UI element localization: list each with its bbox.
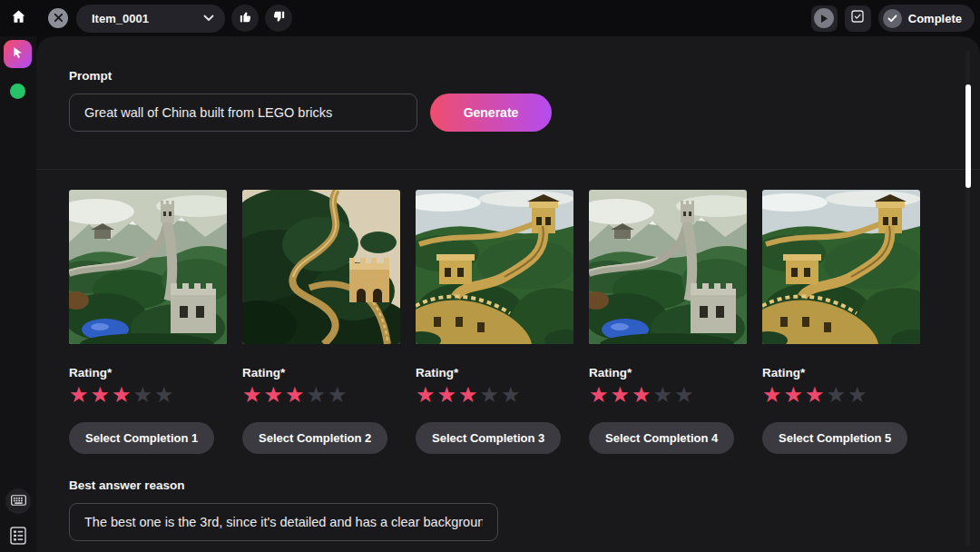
- rating-label: Rating*: [69, 366, 227, 380]
- star-icon[interactable]: ★: [285, 382, 307, 408]
- left-sidebar: [0, 36, 36, 552]
- completion-card: Rating* ★★★★★ Select Completion 2: [242, 190, 400, 454]
- item-selector-value: Item_0001: [92, 12, 149, 25]
- top-bar-actions: Complete: [811, 5, 980, 32]
- rating-label: Rating*: [762, 366, 920, 380]
- star-icon[interactable]: ★: [805, 382, 827, 408]
- completion-card: Rating* ★★★★★ Select Completion 4: [589, 190, 747, 454]
- item-selector-dropdown[interactable]: Item_0001: [76, 5, 225, 33]
- cursor-tool-button[interactable]: [4, 40, 32, 68]
- rating-label: Rating*: [589, 366, 747, 380]
- chevron-down-icon: [203, 15, 214, 22]
- star-icon[interactable]: ★: [416, 382, 437, 408]
- star-icon[interactable]: ★: [307, 382, 328, 408]
- star-icon[interactable]: ★: [154, 382, 176, 408]
- rating-label: Rating*: [242, 366, 400, 380]
- star-icon[interactable]: ★: [133, 382, 155, 408]
- star-icon[interactable]: ★: [674, 382, 696, 408]
- star-icon[interactable]: ★: [501, 382, 523, 408]
- thumbs-up-icon: [238, 9, 253, 28]
- star-icon[interactable]: ★: [242, 382, 264, 408]
- star-icon[interactable]: ★: [458, 382, 480, 408]
- thumbs-down-icon: [271, 9, 287, 28]
- prompt-section: Prompt Generate: [36, 36, 980, 132]
- thumbs-up-button[interactable]: [231, 5, 259, 32]
- main-panel: Prompt Generate Rating* ★★★★★ Select Com…: [36, 36, 980, 552]
- close-icon: [54, 10, 64, 26]
- star-icon[interactable]: ★: [112, 382, 133, 408]
- star-icon[interactable]: ★: [784, 382, 806, 408]
- star-rating: ★★★★★: [589, 383, 747, 407]
- checkbox-icon: [849, 8, 866, 28]
- star-icon[interactable]: ★: [827, 382, 848, 408]
- star-icon[interactable]: ★: [589, 382, 611, 408]
- completion-image: [69, 190, 227, 344]
- star-icon[interactable]: ★: [480, 382, 502, 408]
- completion-image: [762, 190, 920, 344]
- tasks-button[interactable]: [845, 5, 871, 32]
- reason-section: Best answer reason: [36, 454, 980, 541]
- star-rating: ★★★★★: [416, 383, 573, 407]
- home-button[interactable]: [0, 0, 36, 36]
- generate-button[interactable]: Generate: [430, 94, 552, 132]
- play-icon: [814, 8, 834, 28]
- completion-image: [416, 190, 573, 344]
- star-icon[interactable]: ★: [91, 382, 113, 408]
- reason-input[interactable]: [69, 503, 498, 541]
- cursor-icon: [11, 45, 25, 64]
- form-panel-button[interactable]: [5, 525, 31, 550]
- thumbs-down-button[interactable]: [265, 5, 292, 32]
- top-bar: Item_0001 Complete: [0, 0, 980, 36]
- status-indicator-dot: [10, 84, 25, 99]
- completion-image: [589, 190, 747, 344]
- select-completion-button[interactable]: Select Completion 4: [589, 422, 734, 454]
- star-icon[interactable]: ★: [437, 382, 459, 408]
- select-completion-button[interactable]: Select Completion 5: [762, 422, 907, 454]
- select-completion-button[interactable]: Select Completion 2: [242, 422, 387, 454]
- prompt-input[interactable]: [69, 94, 417, 132]
- completion-image: [242, 190, 400, 344]
- star-icon[interactable]: ★: [328, 382, 349, 408]
- rating-label: Rating*: [416, 366, 573, 380]
- scrollbar-thumb[interactable]: [965, 84, 971, 188]
- reason-label: Best answer reason: [69, 478, 947, 492]
- completion-card: Rating* ★★★★★ Select Completion 5: [762, 190, 920, 454]
- completion-card: Rating* ★★★★★ Select Completion 1: [69, 190, 227, 454]
- check-circle-icon: [883, 9, 902, 28]
- complete-button[interactable]: Complete: [878, 5, 975, 32]
- star-icon[interactable]: ★: [848, 382, 869, 408]
- keyboard-icon: [11, 493, 26, 509]
- select-completion-button[interactable]: Select Completion 1: [69, 422, 214, 454]
- star-icon[interactable]: ★: [69, 382, 91, 408]
- star-icon[interactable]: ★: [611, 382, 632, 408]
- form-list-icon: [10, 527, 26, 548]
- select-completion-button[interactable]: Select Completion 3: [416, 422, 561, 454]
- star-icon[interactable]: ★: [632, 382, 653, 408]
- home-icon: [10, 8, 27, 29]
- star-icon[interactable]: ★: [653, 382, 675, 408]
- completions-row: Rating* ★★★★★ Select Completion 1 Rating…: [36, 170, 980, 454]
- star-rating: ★★★★★: [242, 383, 400, 407]
- star-rating: ★★★★★: [762, 383, 920, 407]
- completion-card: Rating* ★★★★★ Select Completion 3: [416, 190, 573, 454]
- keyboard-shortcuts-button[interactable]: [5, 488, 31, 514]
- star-icon[interactable]: ★: [762, 382, 784, 408]
- prompt-label: Prompt: [69, 69, 947, 83]
- star-rating: ★★★★★: [69, 383, 227, 407]
- play-button[interactable]: [811, 5, 838, 32]
- complete-button-label: Complete: [908, 12, 962, 25]
- star-icon[interactable]: ★: [264, 382, 286, 408]
- close-button[interactable]: [48, 8, 68, 28]
